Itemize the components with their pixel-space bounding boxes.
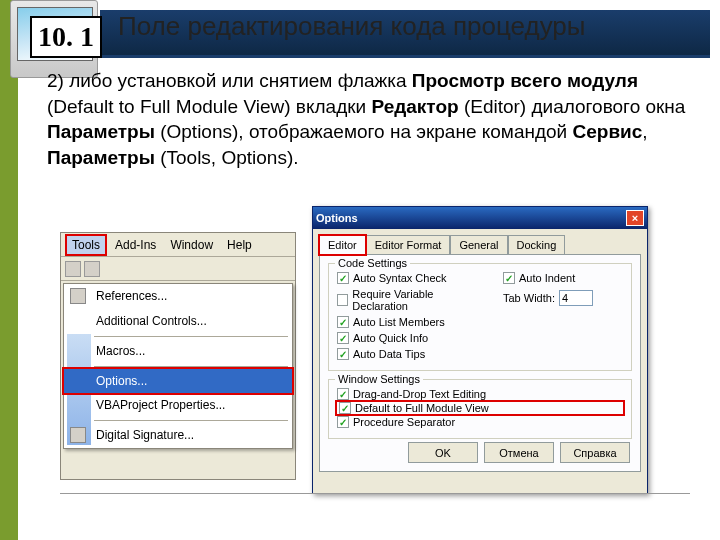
footer-rule <box>60 493 690 494</box>
tab-width-input[interactable] <box>559 290 593 306</box>
tools-dropdown: References... Additional Controls... Mac… <box>63 283 293 449</box>
menu-tools[interactable]: Tools <box>65 234 107 256</box>
checkbox-auto-indent[interactable]: ✓Auto Indent <box>503 270 623 286</box>
checkbox-auto-data-tips[interactable]: ✓Auto Data Tips <box>337 346 483 362</box>
toolbar-icon[interactable] <box>84 261 100 277</box>
menu-window[interactable]: Window <box>164 235 219 255</box>
code-settings-group: Code Settings ✓Auto Syntax CheckRequire … <box>328 263 632 371</box>
tab-general[interactable]: General <box>450 235 507 254</box>
tabs: Editor Editor Format General Docking <box>313 229 647 254</box>
tab-panel: Code Settings ✓Auto Syntax CheckRequire … <box>319 254 641 472</box>
close-icon[interactable]: × <box>626 210 644 226</box>
menu-item-vbaproject-properties[interactable]: VBAProject Properties... <box>64 393 292 418</box>
menu-help[interactable]: Help <box>221 235 258 255</box>
tab-editor[interactable]: Editor <box>319 235 366 255</box>
menu-item-additional-controls[interactable]: Additional Controls... <box>64 309 292 334</box>
titlebar: Options × <box>313 207 647 229</box>
slide-number: 10. 1 <box>30 16 102 58</box>
body-text: 2) либо установкой или снятием флажка Пр… <box>47 68 700 171</box>
page-title: Поле редактирования кода процедуры <box>118 11 586 42</box>
menu-item-references[interactable]: References... <box>64 284 292 309</box>
toolbar <box>61 257 295 281</box>
menu-item-macros[interactable]: Macros... <box>64 339 292 364</box>
checkbox-procedure-separator[interactable]: ✓Procedure Separator <box>337 414 623 430</box>
tab-width-field: Tab Width: <box>503 290 623 306</box>
menu-addins[interactable]: Add-Ins <box>109 235 162 255</box>
menu-item-options[interactable]: Options... <box>62 367 294 395</box>
checkbox-auto-syntax-check[interactable]: ✓Auto Syntax Check <box>337 270 483 286</box>
menubar: Tools Add-Ins Window Help <box>61 233 295 257</box>
dialog-title: Options <box>316 212 358 224</box>
ok-button[interactable]: OK <box>408 442 478 463</box>
tab-docking[interactable]: Docking <box>508 235 566 254</box>
window-settings-group: Window Settings ✓Drag-and-Drop Text Edit… <box>328 379 632 439</box>
toolbar-icon[interactable] <box>65 261 81 277</box>
options-dialog: Options × Editor Editor Format General D… <box>312 206 648 494</box>
help-button[interactable]: Справка <box>560 442 630 463</box>
menu-item-digital-signature[interactable]: Digital Signature... <box>64 423 292 448</box>
tab-editor-format[interactable]: Editor Format <box>366 235 451 254</box>
checkbox-auto-list-members[interactable]: ✓Auto List Members <box>337 314 483 330</box>
cancel-button[interactable]: Отмена <box>484 442 554 463</box>
checkbox-auto-quick-info[interactable]: ✓Auto Quick Info <box>337 330 483 346</box>
checkbox-require-variable-declaration[interactable]: Require Variable Declaration <box>337 286 483 314</box>
tools-menu-screenshot: Tools Add-Ins Window Help References... … <box>60 232 296 480</box>
